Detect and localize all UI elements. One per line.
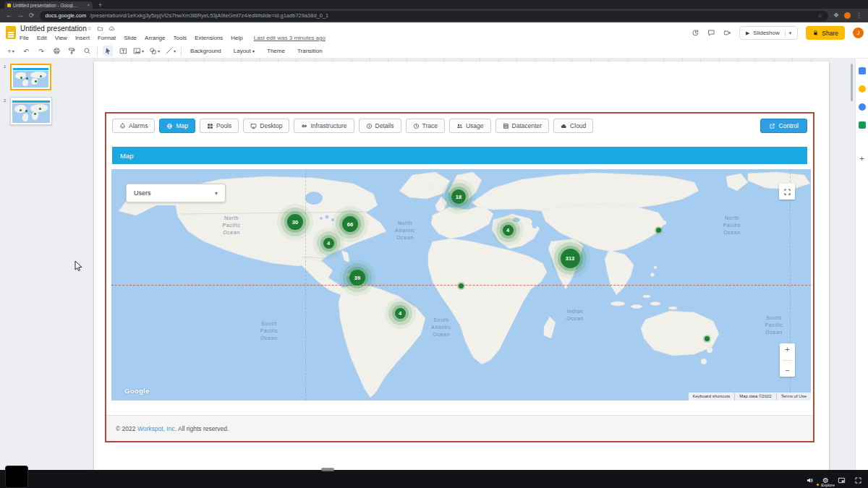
insert-shape-icon[interactable]: ▾ (149, 46, 160, 56)
add-addon-button[interactable]: + (859, 154, 864, 163)
user-cluster-marker[interactable]: 18 (451, 189, 466, 204)
address-bar[interactable]: docs.google.com/presentation/d/1eKxkg3y5… (40, 11, 828, 21)
document-title[interactable]: Untitled presentation (20, 25, 87, 33)
redo-icon[interactable]: ↷ (36, 46, 46, 56)
transition-button[interactable]: Transition (294, 46, 326, 56)
dashboard-screenshot[interactable]: Alarms Map Pools Desktop Infrastructure … (105, 112, 814, 442)
google-maps-watermark[interactable]: Google (124, 387, 150, 395)
last-edit-link[interactable]: Last edit was 3 minutes ago (254, 35, 326, 41)
keyboard-shortcuts-link[interactable]: Keyboard shortcuts (689, 393, 735, 401)
menu-file[interactable]: File (20, 35, 29, 41)
reload-icon[interactable]: ⟳ (29, 12, 35, 19)
volume-icon[interactable] (806, 476, 814, 484)
terms-of-use-link[interactable]: Terms of Use (776, 393, 811, 401)
print-icon[interactable] (51, 46, 61, 56)
world-map[interactable]: North Pacific OceanNorth Atlantic OceanS… (111, 169, 811, 401)
zoom-in-button[interactable]: + (785, 346, 789, 354)
back-icon[interactable]: ← (6, 12, 12, 19)
theme-button[interactable]: Theme (263, 46, 289, 56)
user-cluster-marker[interactable]: 30 (287, 214, 303, 230)
slides-favicon (7, 4, 11, 7)
company-link[interactable]: Workspot, Inc. (137, 425, 176, 432)
menu-edit[interactable]: Edit (37, 35, 47, 41)
zoom-out-button[interactable]: − (785, 367, 789, 374)
forward-icon[interactable]: → (17, 12, 24, 19)
player-fullscreen-icon[interactable] (854, 476, 862, 484)
account-avatar[interactable]: J (853, 27, 864, 38)
tab-desktop[interactable]: Desktop (243, 119, 289, 133)
share-button[interactable]: Share (806, 26, 845, 40)
tab-usage[interactable]: Usage (449, 119, 491, 133)
user-dot-marker[interactable] (705, 336, 710, 341)
bookmark-icon[interactable]: ☆ (817, 12, 822, 19)
user-cluster-marker[interactable]: 39 (349, 270, 365, 286)
insert-line-icon[interactable]: ▾ (165, 46, 176, 56)
menu-format[interactable]: Format (98, 35, 116, 41)
contacts-icon[interactable] (859, 121, 866, 129)
menu-tools[interactable]: Tools (174, 35, 187, 41)
version-history-icon[interactable] (692, 27, 699, 40)
browser-tab[interactable]: Untitled presentation - Googl… × (4, 1, 93, 9)
user-cluster-marker[interactable]: 4 (395, 308, 406, 319)
tab-cloud[interactable]: Cloud (553, 119, 593, 133)
map-fullscreen-button[interactable] (779, 184, 795, 200)
map-filter-dropdown[interactable]: Users ▾ (126, 184, 226, 202)
extensions-icon[interactable]: ❖ (833, 12, 839, 19)
background-button[interactable]: Background (187, 46, 225, 56)
slides-logo[interactable] (6, 26, 16, 39)
user-cluster-marker[interactable]: 4 (503, 225, 514, 236)
slide-thumbnail-2[interactable] (10, 97, 52, 125)
tab-label: Details (375, 122, 394, 129)
move-folder-icon[interactable] (97, 25, 103, 32)
keep-icon[interactable] (859, 85, 866, 93)
tab-label: Trace (422, 122, 438, 129)
zoom-icon[interactable] (82, 46, 92, 56)
browser-menu-icon[interactable]: ⋮ (856, 12, 862, 19)
tab-datacenter[interactable]: Datacenter (495, 119, 550, 133)
tab-pools[interactable]: Pools (200, 119, 239, 133)
user-cluster-marker[interactable]: 66 (342, 216, 358, 232)
slide-canvas[interactable]: Alarms Map Pools Desktop Infrastructure … (94, 61, 829, 470)
player-settings-gear-icon[interactable]: ⚙ (822, 477, 829, 484)
tab-details[interactable]: Details (359, 119, 401, 133)
tab-map[interactable]: Map (159, 119, 195, 133)
new-tab-button[interactable]: + (98, 1, 102, 9)
comment-icon[interactable] (707, 27, 715, 40)
canvas-scrollbar[interactable] (851, 64, 853, 101)
undo-icon[interactable]: ↶ (21, 46, 31, 56)
picture-in-picture-icon[interactable] (838, 476, 846, 484)
close-tab-icon[interactable]: × (87, 3, 90, 7)
slide-thumbnail-1[interactable] (10, 64, 51, 90)
user-cluster-marker[interactable]: 4 (323, 238, 334, 249)
text-box-icon[interactable] (118, 46, 128, 56)
menu-extensions[interactable]: Extensions (195, 35, 223, 41)
player-overlay-tile[interactable] (6, 466, 27, 487)
tab-infrastructure[interactable]: Infrastructure (294, 119, 354, 133)
star-document-icon[interactable]: ☆ (87, 25, 92, 32)
slideshow-button[interactable]: ▶ Slideshow ▾ (739, 26, 798, 40)
insert-image-icon[interactable]: ▾ (133, 46, 144, 56)
tab-trace[interactable]: Trace (406, 119, 445, 133)
browser-profile-avatar[interactable] (844, 12, 851, 19)
user-cluster-marker[interactable]: 313 (561, 249, 580, 268)
control-button[interactable]: Control (760, 119, 807, 133)
select-cursor-icon[interactable] (103, 46, 113, 56)
meet-camera-icon[interactable] (723, 27, 731, 40)
user-dot-marker[interactable] (656, 228, 661, 233)
menu-help[interactable]: Help (231, 35, 242, 41)
paint-format-icon[interactable] (67, 46, 77, 56)
layout-button[interactable]: Layout ▾ (230, 46, 258, 56)
tasks-icon[interactable] (859, 103, 866, 111)
user-dot-marker[interactable] (459, 283, 464, 288)
menu-view[interactable]: View (55, 35, 67, 41)
menu-arrange[interactable]: Arrange (145, 35, 165, 41)
speaker-notes-handle[interactable] (321, 468, 334, 471)
menu-slide[interactable]: Slide (124, 35, 137, 41)
slideshow-dropdown-icon[interactable]: ▾ (785, 30, 792, 36)
cloud-icon (561, 123, 567, 129)
menu-insert[interactable]: Insert (75, 35, 90, 41)
video-player-bar: ✦ Explore ⚙ (0, 470, 868, 488)
calendar-icon[interactable] (859, 67, 866, 74)
tab-alarms[interactable]: Alarms (112, 119, 155, 133)
new-slide-button[interactable]: +▾ (6, 46, 16, 56)
